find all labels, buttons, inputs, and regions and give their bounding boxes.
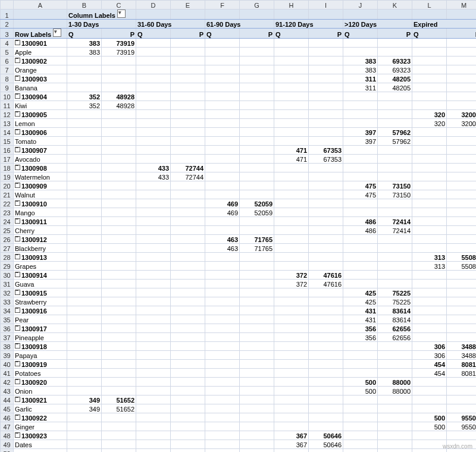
child-val-6[interactable]: 471 — [274, 155, 309, 164]
group-val-9[interactable] — [378, 253, 412, 262]
group-val-3[interactable] — [171, 235, 205, 244]
child-val-4[interactable]: 469 — [205, 208, 240, 217]
child-val-9[interactable] — [378, 208, 412, 217]
child-val-10[interactable] — [412, 48, 447, 56]
group-val-0[interactable] — [67, 164, 102, 172]
child-val-5[interactable] — [240, 280, 274, 288]
group-val-8[interactable] — [343, 199, 378, 208]
group-val-6[interactable] — [274, 39, 309, 48]
group-val-0[interactable] — [67, 306, 102, 315]
group-val-1[interactable] — [102, 360, 136, 369]
group-val-8[interactable] — [343, 360, 378, 369]
group-1300922[interactable]: 1300922 — [14, 413, 67, 422]
group-val-10[interactable] — [412, 235, 447, 244]
group-val-6[interactable] — [274, 56, 309, 65]
child-val-7[interactable] — [309, 83, 343, 92]
child-val-11[interactable]: 32000 — [447, 119, 477, 128]
group-val-8[interactable] — [343, 342, 378, 351]
group-val-5[interactable] — [240, 128, 274, 137]
child-val-0[interactable] — [67, 297, 102, 306]
group-val-8[interactable]: 397 — [343, 128, 378, 137]
bucket-1[interactable]: 31-60 Days — [136, 20, 205, 29]
child-val-4[interactable] — [205, 48, 240, 56]
group-val-2[interactable] — [136, 378, 171, 387]
child-val-7[interactable] — [309, 137, 343, 146]
group-val-6[interactable] — [274, 235, 309, 244]
child-val-1[interactable] — [102, 440, 136, 449]
child-val-11[interactable] — [447, 48, 477, 56]
group-val-9[interactable] — [378, 164, 412, 172]
group-val-7[interactable] — [309, 92, 343, 101]
row-header-10[interactable]: 10 — [1, 92, 14, 101]
child-val-5[interactable] — [240, 137, 274, 146]
group-val-6[interactable] — [274, 253, 309, 262]
child-val-5[interactable] — [240, 65, 274, 74]
child-val-8[interactable]: 486 — [343, 226, 378, 235]
group-val-8[interactable]: 311 — [343, 74, 378, 83]
child-val-11[interactable] — [447, 387, 477, 396]
row-labels-filter-icon[interactable] — [53, 29, 61, 37]
col-header-H[interactable]: H — [274, 1, 309, 10]
child-1300901[interactable]: Apple — [14, 48, 67, 56]
child-val-1[interactable] — [102, 297, 136, 306]
group-val-10[interactable] — [412, 378, 447, 387]
row-header-49[interactable]: 49 — [1, 440, 14, 449]
group-val-2[interactable] — [136, 288, 171, 297]
row-header-35[interactable]: 35 — [1, 315, 14, 324]
group-1300918[interactable]: 1300918 — [14, 342, 67, 351]
group-val-11[interactable] — [447, 74, 477, 83]
row-header-3[interactable]: 3 — [1, 29, 14, 39]
child-1300902[interactable]: Orange — [14, 65, 67, 74]
group-val-5[interactable] — [240, 217, 274, 226]
child-val-0[interactable] — [67, 387, 102, 396]
child-val-10[interactable] — [412, 137, 447, 146]
group-1300902[interactable]: 1300902 — [14, 56, 67, 65]
group-val-1[interactable] — [102, 217, 136, 226]
child-val-9[interactable] — [378, 280, 412, 288]
child-1300913[interactable]: Grapes — [14, 262, 67, 271]
group-1300912[interactable]: 1300912 — [14, 235, 67, 244]
group-val-0[interactable] — [67, 128, 102, 137]
group-val-3[interactable] — [171, 342, 205, 351]
child-val-9[interactable] — [378, 351, 412, 360]
group-val-5[interactable] — [240, 396, 274, 404]
child-val-3[interactable] — [171, 119, 205, 128]
child-val-6[interactable] — [274, 244, 309, 253]
row-header-9[interactable]: 9 — [1, 83, 14, 92]
group-val-6[interactable] — [274, 396, 309, 404]
group-val-2[interactable] — [136, 92, 171, 101]
child-1300923[interactable]: Dates — [14, 440, 67, 449]
group-val-9[interactable]: 83614 — [378, 306, 412, 315]
group-val-10[interactable] — [412, 431, 447, 440]
child-val-5[interactable] — [240, 333, 274, 342]
group-val-7[interactable] — [309, 360, 343, 369]
child-val-11[interactable] — [447, 172, 477, 181]
child-1300915[interactable]: Strawberry — [14, 297, 67, 306]
child-val-0[interactable] — [67, 351, 102, 360]
child-val-7[interactable]: 50646 — [309, 440, 343, 449]
group-val-0[interactable] — [67, 217, 102, 226]
group-val-1[interactable] — [102, 271, 136, 280]
child-val-9[interactable] — [378, 440, 412, 449]
group-val-0[interactable] — [67, 360, 102, 369]
child-val-3[interactable] — [171, 208, 205, 217]
group-val-2[interactable] — [136, 413, 171, 422]
group-val-7[interactable] — [309, 74, 343, 83]
group-val-1[interactable] — [102, 146, 136, 155]
child-1300919[interactable]: Potatoes — [14, 369, 67, 378]
child-val-1[interactable] — [102, 190, 136, 199]
child-val-10[interactable] — [412, 190, 447, 199]
group-val-11[interactable] — [447, 199, 477, 208]
child-val-4[interactable] — [205, 369, 240, 378]
group-val-1[interactable] — [102, 324, 136, 333]
child-val-6[interactable] — [274, 101, 309, 110]
group-val-11[interactable] — [447, 431, 477, 440]
group-val-4[interactable] — [205, 306, 240, 315]
child-val-2[interactable] — [136, 333, 171, 342]
child-1300911[interactable]: Cherry — [14, 226, 67, 235]
group-val-5[interactable] — [240, 413, 274, 422]
child-val-4[interactable] — [205, 119, 240, 128]
group-val-11[interactable] — [447, 271, 477, 280]
bucket-2[interactable]: 61-90 Days — [205, 20, 274, 29]
col-header-L[interactable]: L — [412, 1, 447, 10]
